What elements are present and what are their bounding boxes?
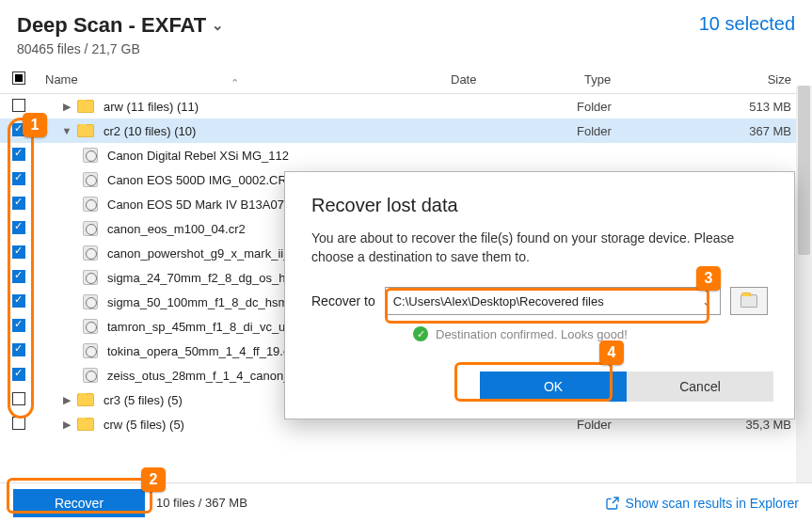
- expand-icon[interactable]: ▶: [60, 419, 73, 431]
- row-name: sigma_50_100mm_f1_8_dc_hsm_: [107, 295, 295, 309]
- column-date[interactable]: Date: [443, 72, 577, 87]
- row-name: Canon Digital Rebel XSi MG_112: [107, 149, 289, 163]
- folder-icon: [740, 294, 757, 308]
- dialog-body: You are about to recover the file(s) fou…: [311, 229, 768, 266]
- row-checkbox[interactable]: [0, 148, 38, 164]
- row-checkbox[interactable]: [0, 123, 38, 139]
- image-file-icon: [83, 294, 98, 309]
- row-name: tamron_sp_45mm_f1_8_di_vc_us: [107, 320, 292, 334]
- recover-to-label: Recover to: [311, 293, 375, 308]
- row-name: canon_powershot_g9_x_mark_ii_: [107, 246, 290, 261]
- row-checkbox[interactable]: [0, 221, 38, 237]
- status-bar: Recover 10 files / 367 MB Show scan resu…: [0, 482, 812, 522]
- row-type: Folder: [577, 124, 718, 138]
- row-checkbox[interactable]: [0, 368, 38, 384]
- image-file-icon: [83, 172, 98, 187]
- image-file-icon: [83, 245, 98, 261]
- row-checkbox[interactable]: [0, 294, 38, 310]
- image-file-icon: [83, 343, 98, 358]
- scrollbar-thumb[interactable]: [798, 86, 810, 255]
- confirmation-text: Destination confirmed. Looks good!: [436, 327, 628, 341]
- expand-icon[interactable]: ▶: [60, 394, 73, 406]
- file-count-summary: 80465 files / 21,7 GB: [17, 41, 224, 56]
- page-title[interactable]: Deep Scan - EXFAT ⌄: [17, 13, 224, 38]
- column-type[interactable]: Type: [577, 72, 718, 87]
- select-all-checkbox[interactable]: [0, 71, 38, 87]
- selected-count: 10 selected: [699, 13, 795, 35]
- dialog-title: Recover lost data: [311, 195, 768, 216]
- row-checkbox[interactable]: [0, 417, 38, 433]
- folder-row[interactable]: ▼cr2 (10 files) (10)Folder367 MB: [0, 119, 812, 143]
- show-in-explorer-link[interactable]: Show scan results in Explorer: [605, 496, 799, 511]
- row-name: tokina_opera_50mm_1_4_ff_19.c: [107, 344, 289, 358]
- row-name: cr2 (10 files) (10): [103, 124, 196, 138]
- folder-icon: [77, 124, 94, 137]
- expand-icon[interactable]: ▶: [60, 101, 73, 113]
- row-name: crw (5 files) (5): [103, 418, 184, 432]
- row-type: Folder: [577, 100, 718, 114]
- column-size[interactable]: Size: [718, 72, 812, 87]
- row-checkbox[interactable]: [0, 197, 38, 213]
- column-headers: Name⌃ Date Type Size: [0, 66, 812, 94]
- row-checkbox[interactable]: [0, 319, 38, 335]
- row-name: arw (11 files) (11): [103, 100, 199, 114]
- row-name-cell[interactable]: Canon Digital Rebel XSi MG_112: [38, 148, 443, 163]
- folder-row[interactable]: ▶arw (11 files) (11)Folder513 MB: [0, 94, 812, 119]
- row-checkbox[interactable]: [0, 392, 38, 408]
- image-file-icon: [83, 197, 98, 212]
- folder-icon: [77, 418, 94, 431]
- browse-button[interactable]: [730, 287, 768, 315]
- folder-icon: [77, 100, 94, 113]
- column-name[interactable]: Name⌃: [38, 72, 443, 87]
- image-file-icon: [83, 221, 98, 236]
- row-checkbox[interactable]: [0, 270, 38, 286]
- row-name: sigma_24_70mm_f2_8_dg_os_hs: [107, 271, 292, 285]
- folder-icon: [77, 393, 94, 406]
- row-checkbox[interactable]: [0, 99, 38, 115]
- image-file-icon: [83, 319, 98, 334]
- destination-value: C:\Users\Alex\Desktop\Recovered files: [393, 294, 604, 308]
- file-row[interactable]: Canon Digital Rebel XSi MG_112: [0, 143, 812, 167]
- title-text: Deep Scan - EXFAT: [17, 13, 206, 38]
- row-name: Canon EOS 500D IMG_0002.CR2: [107, 173, 294, 187]
- open-external-icon: [605, 496, 620, 511]
- row-name: Canon EOS 5D Mark IV B13A073: [107, 198, 291, 212]
- row-name-cell[interactable]: ▼cr2 (10 files) (10): [38, 124, 443, 138]
- image-file-icon: [83, 148, 98, 163]
- recover-button[interactable]: Recover: [13, 489, 145, 517]
- row-name: cr3 (5 files) (5): [103, 393, 183, 407]
- row-checkbox[interactable]: [0, 245, 38, 261]
- recover-dialog: Recover lost data You are about to recov…: [284, 171, 795, 419]
- row-checkbox[interactable]: [0, 172, 38, 188]
- check-icon: ✓: [413, 326, 428, 341]
- image-file-icon: [83, 270, 98, 285]
- row-name-cell[interactable]: ▶arw (11 files) (11): [38, 100, 443, 114]
- confirmation-row: ✓ Destination confirmed. Looks good!: [413, 326, 768, 341]
- sort-arrow-icon: ⌃: [231, 77, 239, 89]
- chevron-down-icon[interactable]: ⌄: [212, 17, 224, 34]
- row-name: canon_eos_m100_04.cr2: [107, 222, 246, 236]
- collapse-icon[interactable]: ▼: [60, 125, 73, 136]
- row-checkbox[interactable]: [0, 343, 38, 359]
- chevron-down-icon: ⌄: [702, 294, 712, 308]
- destination-select[interactable]: C:\Users\Alex\Desktop\Recovered files ⌄: [385, 287, 721, 315]
- header: Deep Scan - EXFAT ⌄ 80465 files / 21,7 G…: [0, 0, 812, 66]
- status-summary: 10 files / 367 MB: [156, 496, 247, 510]
- scrollbar[interactable]: [796, 86, 812, 482]
- cancel-button[interactable]: Cancel: [627, 372, 773, 402]
- image-file-icon: [83, 368, 98, 383]
- ok-button[interactable]: OK: [480, 372, 627, 402]
- row-name: zeiss_otus_28mm_f_1_4_canon_e: [107, 369, 297, 383]
